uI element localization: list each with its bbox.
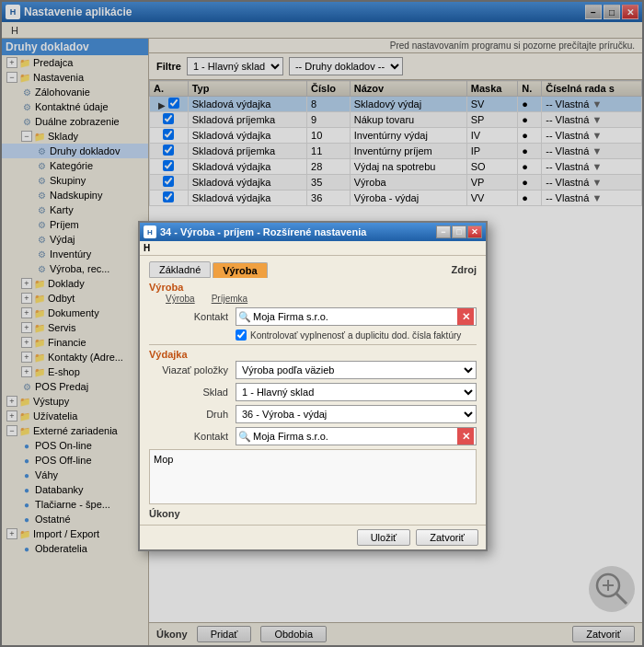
druh-row: Druh 36 - Výroba - výdaj — [149, 405, 477, 423]
duplicitu-label: Kontrolovať vyplnenosť a duplicitu dod. … — [250, 330, 461, 341]
kontakt-input[interactable]: 🔍 Moja Firma s.r.o. ✕ — [236, 307, 477, 326]
zatvorit-modal-button[interactable]: Zatvoriť — [416, 529, 478, 546]
duplicitu-checkbox[interactable] — [236, 329, 247, 341]
modal-title-bar: H 34 - Výroba - príjem - Rozšírené nasta… — [140, 223, 486, 241]
kontakt-clear-button[interactable]: ✕ — [457, 308, 474, 325]
scroll-area: Mop — [149, 449, 477, 504]
viazat-row: Viazať položky Výroba podľa väzieb — [149, 361, 477, 379]
vydajka-label: Výdajka — [149, 349, 477, 360]
druh-label: Druh — [149, 409, 232, 420]
kontakt2-clear-button[interactable]: ✕ — [457, 428, 474, 445]
kontakt2-row: Kontakt 🔍 Moja Firma s.r.o. ✕ — [149, 427, 477, 445]
vyroba-sub[interactable]: Výroba — [166, 294, 195, 304]
vyroba-label: Výroba — [149, 282, 477, 293]
sklad-label: Sklad — [149, 387, 232, 398]
modal-menubar: H — [140, 241, 486, 256]
modal-controls: − □ ✕ — [436, 225, 482, 238]
modal-maximize[interactable]: □ — [452, 225, 466, 238]
tab-vyroba[interactable]: Výroba — [213, 262, 267, 278]
sklad-row: Sklad 1 - Hlavný sklad — [149, 383, 477, 401]
checkbox-row: Kontrolovať vyplnenosť a duplicitu dod. … — [236, 329, 477, 341]
search-icon: 🔍 — [238, 310, 251, 323]
modal-dialog: H 34 - Výroba - príjem - Rozšírené nasta… — [138, 221, 488, 551]
modal-actions: Uložiť Zatvoriť — [140, 525, 486, 549]
viazat-label: Viazať položky — [149, 364, 232, 375]
kontakt2-input[interactable]: 🔍 Moja Firma s.r.o. ✕ — [236, 427, 477, 445]
kontakt2-label: Kontakt — [149, 431, 232, 442]
druh-select[interactable]: 36 - Výroba - výdaj — [236, 405, 477, 423]
modal-close[interactable]: ✕ — [467, 225, 482, 238]
modal-menu-h[interactable]: H — [144, 243, 150, 253]
kontakt2-value: Moja Firma s.r.o. — [253, 431, 454, 442]
scroll-area-text: Mop — [150, 450, 476, 468]
kontakt-label: Kontakt — [149, 311, 232, 322]
tab-zakladne[interactable]: Základné — [149, 261, 211, 278]
sklad-select[interactable]: 1 - Hlavný sklad — [236, 383, 477, 401]
modal-icon: H — [144, 225, 156, 238]
modal-overlay: H 34 - Výroba - príjem - Rozšírené nasta… — [0, 0, 644, 647]
kontakt-row: Kontakt 🔍 Moja Firma s.r.o. ✕ — [149, 307, 477, 326]
prijemka-sub[interactable]: Príjemka — [212, 294, 247, 304]
tab-source-label: Zdroj — [452, 264, 477, 275]
viazat-select[interactable]: Výroba podľa väzieb — [236, 361, 477, 379]
vyroba-section: Výroba Výroba Príjemka — [149, 282, 477, 304]
ulozit-button[interactable]: Uložiť — [357, 529, 411, 546]
kontakt-value: Moja Firma s.r.o. — [253, 311, 454, 322]
modal-title: 34 - Výroba - príjem - Rozšírené nastave… — [160, 226, 366, 237]
ukony-modal-label: Úkony — [149, 508, 477, 519]
search-icon-2: 🔍 — [238, 430, 251, 443]
modal-body: Základné Výroba Zdroj Výroba Výroba Príj… — [140, 256, 486, 525]
modal-minimize[interactable]: − — [436, 225, 451, 238]
tab-row: Základné Výroba Zdroj — [149, 261, 477, 278]
